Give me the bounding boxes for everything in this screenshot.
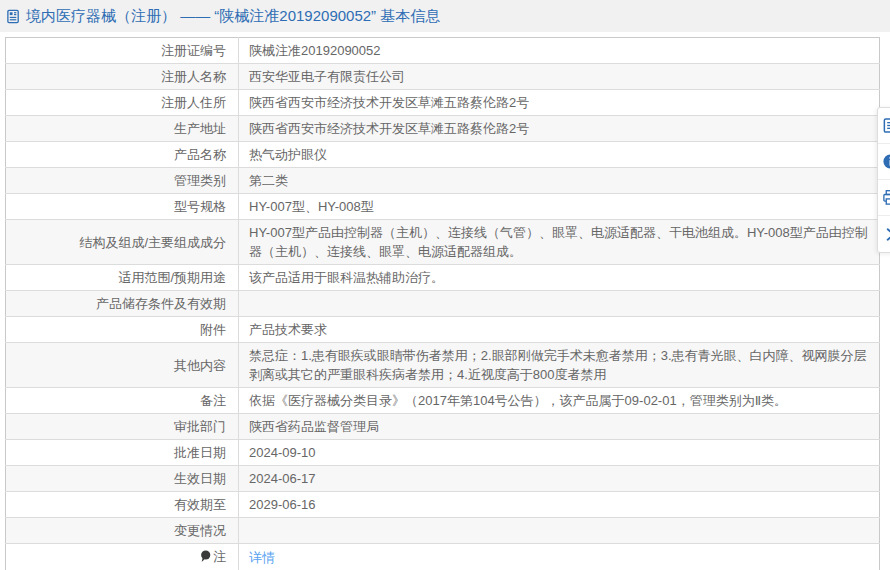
row-value	[239, 291, 880, 317]
printer-icon	[882, 189, 890, 206]
row-label: 有效期至	[6, 492, 239, 518]
row-label: 备注	[6, 388, 239, 414]
table-row: 注 详情	[6, 544, 880, 570]
detail-link[interactable]: 详情	[249, 550, 275, 565]
table-row: 适用范围/预期用途 该产品适用于眼科温热辅助治疗。	[6, 265, 880, 291]
toolbar-collapse-button[interactable]	[878, 216, 890, 252]
row-value: 西安华亚电子有限责任公司	[239, 64, 880, 90]
document-icon	[882, 117, 890, 134]
row-label: 型号规格	[6, 194, 239, 220]
row-value: 热气动护眼仪	[239, 142, 880, 168]
table-row: 产品储存条件及有效期	[6, 291, 880, 317]
row-label: 注	[6, 544, 239, 570]
table-row: 生效日期 2024-06-17	[6, 466, 880, 492]
table-row: 生产地址 陕西省西安市经济技术开发区草滩五路蔡伦路2号	[6, 116, 880, 142]
table-row: 备注 依据《医疗器械分类目录》（2017年第104号公告），该产品属于09-02…	[6, 388, 880, 414]
note-balloon-icon	[200, 550, 211, 563]
table-row: 管理类别 第二类	[6, 168, 880, 194]
table-row: 附件 产品技术要求	[6, 317, 880, 343]
row-value: 2029-06-16	[239, 492, 880, 518]
row-value: 陕械注准20192090052	[239, 38, 880, 64]
row-value: HY-007型产品由控制器（主机）、连接线（气管）、眼罩、电源适配器、干电池组成…	[239, 220, 880, 265]
row-value: 详情	[239, 544, 880, 570]
registration-info-table: 注册证编号 陕械注准20192090052 注册人名称 西安华亚电子有限责任公司…	[5, 37, 880, 570]
row-value: 依据《医疗器械分类目录》（2017年第104号公告），该产品属于09-02-01…	[239, 388, 880, 414]
row-value: 2024-06-17	[239, 466, 880, 492]
table-row: 批准日期 2024-09-10	[6, 440, 880, 466]
row-label: 变更情况	[6, 518, 239, 544]
table-row: 产品名称 热气动护眼仪	[6, 142, 880, 168]
table-row: 注册人名称 西安华亚电子有限责任公司	[6, 64, 880, 90]
page-title: 境内医疗器械（注册） —— “陕械注准20192090052” 基本信息	[6, 7, 440, 26]
row-label: 其他内容	[6, 343, 239, 388]
row-label: 适用范围/预期用途	[6, 265, 239, 291]
note-label-text: 注	[213, 547, 226, 566]
toolbar-printer-button[interactable]	[878, 180, 890, 216]
row-label: 生产地址	[6, 116, 239, 142]
row-label: 注册证编号	[6, 38, 239, 64]
row-label: 结构及组成/主要组成成分	[6, 220, 239, 265]
row-value: 2024-09-10	[239, 440, 880, 466]
row-label: 管理类别	[6, 168, 239, 194]
table-row: 审批部门 陕西省药品监督管理局	[6, 414, 880, 440]
header-band: 境内医疗器械（注册） —— “陕械注准20192090052” 基本信息	[0, 0, 890, 32]
row-label: 审批部门	[6, 414, 239, 440]
table-row: 其他内容 禁忌症：1.患有眼疾或眼睛带伤者禁用；2.眼部刚做完手术未愈者禁用；3…	[6, 343, 880, 388]
row-label: 产品名称	[6, 142, 239, 168]
info-icon	[882, 153, 890, 170]
row-value: 产品技术要求	[239, 317, 880, 343]
table-row: 变更情况	[6, 518, 880, 544]
row-label: 附件	[6, 317, 239, 343]
row-value: HY-007型、HY-008型	[239, 194, 880, 220]
table-row: 结构及组成/主要组成成分 HY-007型产品由控制器（主机）、连接线（气管）、眼…	[6, 220, 880, 265]
row-value: 第二类	[239, 168, 880, 194]
row-value: 陕西省西安市经济技术开发区草滩五路蔡伦路2号	[239, 116, 880, 142]
table-row: 注册证编号 陕械注准20192090052	[6, 38, 880, 64]
row-value: 陕西省西安市经济技术开发区草滩五路蔡伦路2号	[239, 90, 880, 116]
row-label: 产品储存条件及有效期	[6, 291, 239, 317]
floating-toolbar	[877, 107, 890, 253]
table-row: 有效期至 2029-06-16	[6, 492, 880, 518]
row-label: 注册人住所	[6, 90, 239, 116]
row-value: 该产品适用于眼科温热辅助治疗。	[239, 265, 880, 291]
page-title-text: 境内医疗器械（注册） —— “陕械注准20192090052” 基本信息	[26, 7, 440, 26]
table-row: 型号规格 HY-007型、HY-008型	[6, 194, 880, 220]
row-label: 注册人名称	[6, 64, 239, 90]
row-value	[239, 518, 880, 544]
row-value: 陕西省药品监督管理局	[239, 414, 880, 440]
row-value: 禁忌症：1.患有眼疾或眼睛带伤者禁用；2.眼部刚做完手术未愈者禁用；3.患有青光…	[239, 343, 880, 388]
row-label: 生效日期	[6, 466, 239, 492]
document-title-icon	[6, 9, 21, 24]
table-row: 注册人住所 陕西省西安市经济技术开发区草滩五路蔡伦路2号	[6, 90, 880, 116]
row-label: 批准日期	[6, 440, 239, 466]
toolbar-document-button[interactable]	[878, 108, 890, 144]
chevron-right-icon	[882, 226, 890, 243]
toolbar-info-button[interactable]	[878, 144, 890, 180]
